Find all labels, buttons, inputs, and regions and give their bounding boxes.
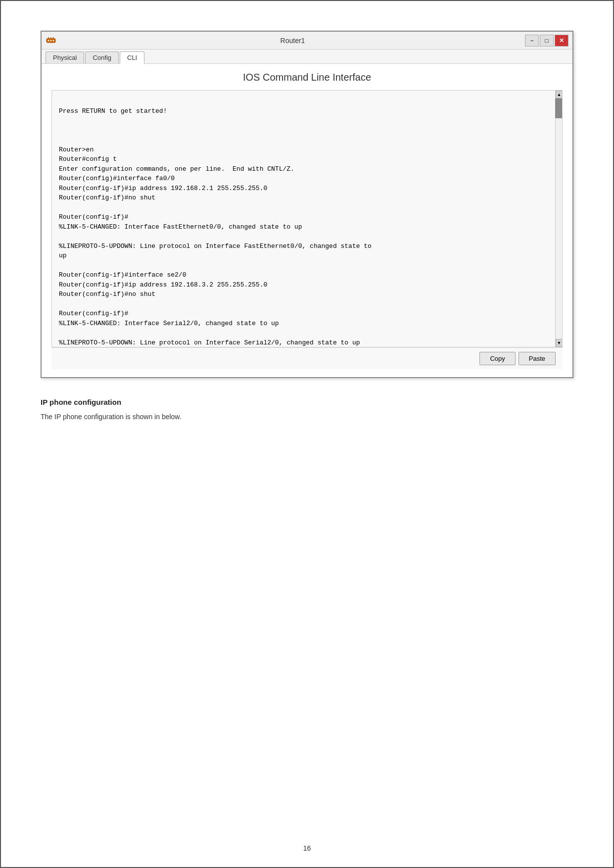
window-title: Router1 <box>60 37 525 45</box>
window-controls: − □ ✕ <box>525 35 568 47</box>
terminal-scroll[interactable]: Press RETURN to get started! Router>en R… <box>52 91 555 347</box>
tabs-bar: Physical Config CLI <box>42 49 572 64</box>
close-button[interactable]: ✕ <box>555 35 568 47</box>
page-number: 16 <box>303 844 311 852</box>
title-bar: Router1 − □ ✕ <box>42 32 572 49</box>
svg-point-3 <box>53 40 54 41</box>
cli-area: IOS Command Line Interface Press RETURN … <box>42 64 572 377</box>
scrollbar-down[interactable]: ▼ <box>556 339 563 347</box>
scrollbar-up[interactable]: ▲ <box>556 91 563 98</box>
ip-phone-heading: IP phone configuration <box>41 398 573 406</box>
svg-point-2 <box>50 40 52 41</box>
scrollbar-track[interactable]: ▲ ▼ <box>555 91 562 347</box>
tab-config[interactable]: Config <box>85 51 119 63</box>
scrollbar-thumb[interactable] <box>555 98 562 118</box>
cli-heading: IOS Command Line Interface <box>51 72 563 83</box>
tab-cli[interactable]: CLI <box>120 51 144 64</box>
tab-physical[interactable]: Physical <box>46 51 84 63</box>
router-icon <box>46 35 56 46</box>
copy-button[interactable]: Copy <box>479 352 515 365</box>
maximize-button[interactable]: □ <box>540 35 554 47</box>
ip-phone-text: The IP phone configuration is shown in b… <box>41 411 573 422</box>
paste-button[interactable]: Paste <box>519 352 556 365</box>
svg-point-1 <box>48 40 49 41</box>
router-window: Router1 − □ ✕ Physical Config CLI IOS Co… <box>41 31 573 378</box>
terminal-container[interactable]: Press RETURN to get started! Router>en R… <box>51 90 563 347</box>
button-bar: Copy Paste <box>51 347 563 369</box>
terminal-text: Press RETURN to get started! Router>en R… <box>59 96 548 347</box>
minimize-button[interactable]: − <box>525 35 539 47</box>
